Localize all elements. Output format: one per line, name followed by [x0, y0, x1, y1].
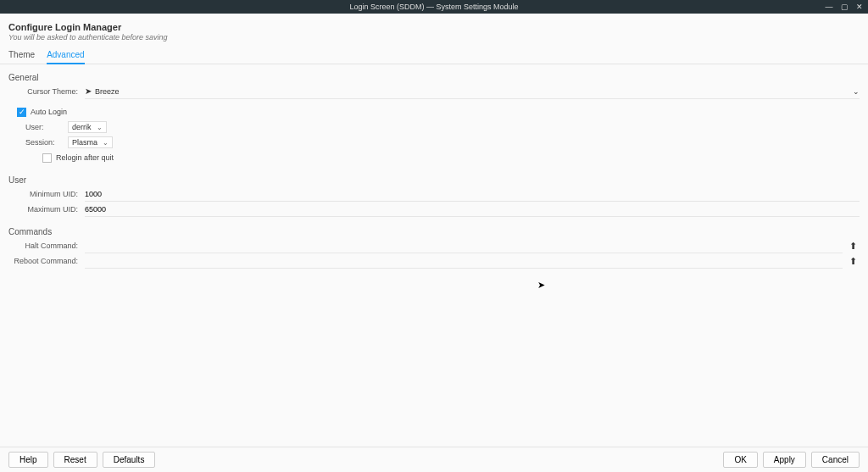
autologin-session-value: Plasma — [72, 138, 97, 147]
checkbox-icon-unchecked — [42, 153, 52, 163]
max-uid-row: Maximum UID: — [8, 202, 860, 217]
footer: Help Reset Defaults OK Apply Cancel — [0, 447, 868, 472]
min-uid-label: Minimum UID: — [8, 190, 85, 198]
reboot-command-row: Reboot Command: ⬆ — [8, 253, 860, 269]
minimize-icon[interactable]: — — [824, 3, 834, 11]
autologin-session-select[interactable]: Plasma ⌄ — [68, 136, 113, 148]
cursor-theme-value: Breeze — [95, 87, 120, 96]
section-commands: Commands — [8, 227, 860, 236]
apply-button[interactable]: Apply — [763, 452, 806, 468]
checkbox-icon-checked: ✓ — [17, 108, 26, 117]
autologin-user-row: User: derrik ⌄ — [8, 119, 860, 135]
section-user: User — [8, 175, 860, 185]
cursor-theme-row: Cursor Theme: ➤ Breeze ⌄ — [8, 84, 860, 99]
reboot-browse-icon[interactable]: ⬆ — [846, 256, 860, 267]
cursor-icon: ➤ — [85, 86, 92, 96]
halt-command-row: Halt Command: ⬆ — [8, 238, 860, 253]
min-uid-field-wrap — [85, 186, 860, 202]
auto-login-row: ✓ Auto Login — [8, 104, 860, 119]
relogin-label: Relogin after quit — [56, 153, 114, 162]
reboot-command-field-wrap — [85, 253, 843, 269]
page-header: Configure Login Manager You will be aske… — [0, 14, 868, 45]
halt-command-input[interactable] — [85, 239, 843, 253]
close-icon[interactable]: ✕ — [854, 3, 865, 11]
min-uid-input[interactable] — [85, 187, 860, 201]
autologin-user-select[interactable]: derrik ⌄ — [68, 121, 107, 133]
auto-login-label: Auto Login — [31, 108, 67, 116]
titlebar: Login Screen (SDDM) — System Settings Mo… — [0, 0, 868, 14]
reboot-command-input[interactable] — [85, 254, 843, 268]
page-subtitle: You will be asked to authenticate before… — [8, 33, 860, 42]
chevron-down-icon: ⌄ — [103, 139, 108, 147]
min-uid-row: Minimum UID: — [8, 186, 860, 202]
ok-button[interactable]: OK — [723, 452, 757, 468]
content-area: General Cursor Theme: ➤ Breeze ⌄ ✓ Auto … — [0, 64, 868, 447]
reset-button[interactable]: Reset — [53, 452, 97, 468]
chevron-down-icon: ⌄ — [853, 87, 860, 96]
app-frame: Configure Login Manager You will be aske… — [0, 14, 868, 472]
cancel-button[interactable]: Cancel — [811, 452, 860, 468]
window-controls: — ▢ ✕ — [824, 0, 865, 14]
maximize-icon[interactable]: ▢ — [839, 3, 849, 11]
window-title: Login Screen (SDDM) — System Settings Mo… — [0, 3, 868, 11]
section-general: General — [8, 73, 860, 82]
tab-bar: Theme Advanced — [0, 45, 868, 64]
auto-login-checkbox[interactable]: ✓ Auto Login — [17, 108, 67, 117]
autologin-user-value: derrik — [72, 123, 92, 131]
autologin-session-label: Session: — [25, 138, 68, 147]
max-uid-label: Maximum UID: — [8, 205, 85, 214]
help-button[interactable]: Help — [8, 452, 48, 468]
cursor-theme-label: Cursor Theme: — [8, 87, 85, 96]
defaults-button[interactable]: Defaults — [103, 452, 156, 468]
max-uid-field-wrap — [85, 202, 860, 217]
max-uid-input[interactable] — [85, 203, 860, 216]
page-title: Configure Login Manager — [8, 22, 860, 32]
autologin-user-label: User: — [25, 123, 68, 131]
halt-command-label: Halt Command: — [8, 242, 85, 250]
chevron-down-icon: ⌄ — [97, 124, 103, 131]
relogin-row: Relogin after quit — [8, 150, 860, 165]
halt-command-field-wrap — [85, 238, 843, 253]
relogin-checkbox[interactable]: Relogin after quit — [42, 153, 114, 163]
reboot-command-label: Reboot Command: — [8, 257, 85, 265]
halt-browse-icon[interactable]: ⬆ — [846, 241, 860, 252]
tab-advanced[interactable]: Advanced — [47, 50, 84, 64]
autologin-session-row: Session: Plasma ⌄ — [8, 135, 860, 150]
tab-theme[interactable]: Theme — [8, 50, 35, 64]
cursor-theme-select[interactable]: ➤ Breeze ⌄ — [85, 84, 860, 99]
